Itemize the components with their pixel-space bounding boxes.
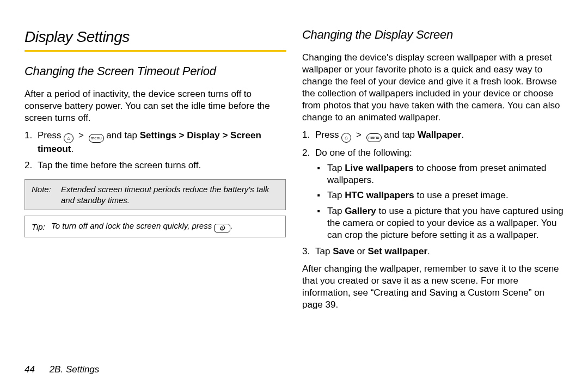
option-live-wallpapers: Tap Live wallpapers to choose from prese… [327,162,564,186]
menu-icon: menu [89,134,104,143]
tip-body: To turn off and lock the screen quickly,… [51,220,279,232]
left-column: Display Settings Changing the Screen Tim… [24,27,286,316]
option-htc-wallpapers: Tap HTC wallpapers to use a preset image… [327,189,564,201]
note-label: Note: [32,184,61,205]
power-button-icon: ⏻ [214,224,230,232]
display-closing: After changing the wallpaper, remember t… [302,263,564,311]
title-underline [24,50,286,52]
display-intro: Changing the device's display screen wal… [302,52,564,124]
chevron-right-icon: > [78,130,84,140]
home-icon: ⌂ [341,133,351,143]
page-footer: 44 2B. Settings [24,364,99,376]
display-steps: 1. Press ⌂ > menu and tap Wallpaper. 2. … [302,129,564,258]
display-step-2: 2. Do one of the following: Tap Live wal… [315,147,564,241]
page-title: Display Settings [24,27,286,47]
home-icon: ⌂ [64,133,74,143]
right-column: Changing the Display Screen Changing the… [302,27,564,316]
option-gallery: Tap Gallery to use a picture that you ha… [327,205,564,241]
timeout-intro: After a period of inactivity, the device… [24,88,286,124]
subhead-timeout: Changing the Screen Timeout Period [24,64,286,79]
section-label: 2B. Settings [50,364,100,375]
chevron-right-icon: > [356,130,362,140]
wallpaper-options: Tap Live wallpapers to choose from prese… [315,162,564,241]
display-step-3: 3. Tap Save or Set wallpaper. [315,246,564,258]
tip-box: Tip: To turn off and lock the screen qui… [24,216,286,237]
timeout-step-1: 1. Press ⌂ > menu and tap Settings > Dis… [38,130,286,155]
tip-label: Tip: [32,222,51,232]
page-number: 44 [24,364,35,375]
menu-icon: menu [366,133,382,142]
note-box: Note: Extended screen timeout periods re… [24,179,286,210]
display-step-1: 1. Press ⌂ > menu and tap Wallpaper. [315,129,564,143]
subhead-display-screen: Changing the Display Screen [302,27,564,43]
note-body: Extended screen timeout periods reduce t… [61,184,279,205]
timeout-steps: 1. Press ⌂ > menu and tap Settings > Dis… [24,130,286,171]
wallpaper-path: Wallpaper [418,130,462,140]
timeout-step-2: 2. Tap the time before the screen turns … [38,160,286,171]
